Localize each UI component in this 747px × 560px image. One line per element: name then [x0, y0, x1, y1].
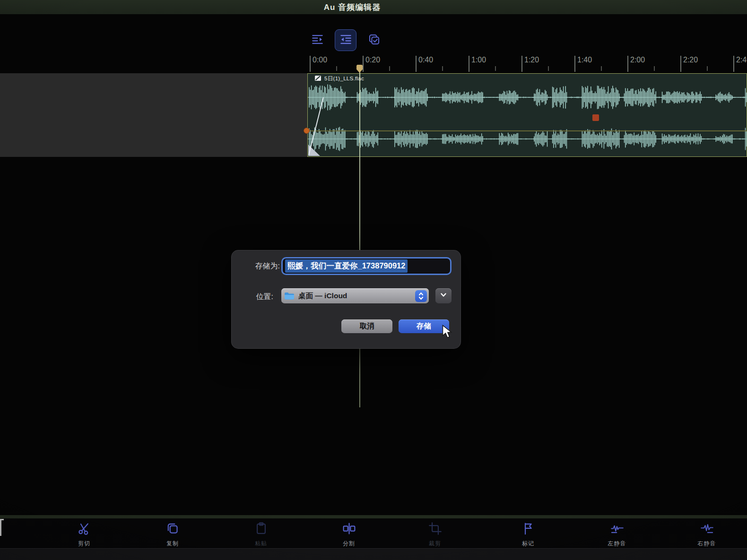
ruler-tick-label: 0:20 — [365, 56, 380, 64]
filename-input[interactable]: 熙媛，我们一直爱你_1738790912 — [281, 257, 452, 275]
ruler-minor-tick — [654, 66, 655, 71]
waveform-channel-left — [309, 85, 747, 111]
save-as-label: 存储为: — [235, 261, 280, 271]
save-dialog: 存储为: 熙媛，我们一直爱你_1738790912 位置: 桌面 — iClou… — [232, 250, 460, 348]
mode-toolbar — [306, 27, 385, 53]
timeline-ruler[interactable]: 0:000:200:401:001:201:402:002:202:40 — [0, 53, 747, 74]
ruler-tick-label: 1:40 — [577, 56, 592, 64]
tool-copy[interactable]: 复制 — [150, 521, 195, 548]
popup-stepper-icon[interactable] — [415, 290, 427, 302]
clip-label: 5日(1)_LLS.flac — [314, 75, 364, 82]
ruler-tick — [310, 56, 311, 72]
ruler-minor-tick — [548, 66, 549, 71]
filename-selected-text: 熙媛，我们一直爱你_1738790912 — [285, 259, 408, 273]
ruler-tick — [574, 56, 575, 72]
ruler-tick-label: 2:20 — [683, 56, 698, 64]
tool-silence-right[interactable]: 右静音 — [684, 521, 730, 548]
mode-button-overwrite[interactable] — [335, 29, 356, 51]
location-value: 桌面 — iCloud — [298, 291, 347, 301]
scissors-icon — [77, 521, 92, 538]
ruler-tick-label: 1:00 — [471, 56, 486, 64]
ruler-tick-label: 0:00 — [313, 56, 327, 64]
ruler-tick — [521, 56, 522, 72]
cancel-button[interactable]: 取消 — [341, 319, 392, 333]
tool-paste[interactable]: 粘贴 — [238, 521, 284, 548]
bottom-edge-strip — [0, 548, 747, 560]
clipped-toolbar-icon — [0, 519, 4, 536]
title-bar: Au 音频编辑器 — [0, 0, 747, 14]
list-indent-right-icon — [311, 33, 324, 48]
ruler-tick — [733, 56, 734, 72]
trim-icon — [428, 521, 443, 538]
multi-select-check-icon — [368, 33, 381, 48]
ruler-tick — [416, 56, 417, 72]
mode-button-multiselect[interactable] — [363, 29, 385, 51]
folder-icon — [284, 292, 295, 300]
chevron-down-icon — [440, 291, 447, 301]
expand-dialog-button[interactable] — [435, 288, 452, 303]
ruler-tick-label: 0:40 — [418, 56, 433, 64]
paste-icon — [254, 521, 269, 538]
silence-right-icon — [700, 521, 714, 538]
ruler-tick-label: 2:40 — [736, 56, 747, 64]
audio-clip[interactable]: 5日(1)_LLS.flac — [307, 73, 747, 157]
playhead-line — [359, 71, 360, 407]
clip-file-icon — [314, 75, 322, 82]
track-lane-empty[interactable] — [0, 73, 308, 157]
tool-cut[interactable]: 剪切 — [61, 521, 107, 548]
ruler-tick-label: 1:20 — [524, 56, 539, 64]
bottom-toolbar-separator — [0, 515, 747, 518]
ruler-tick — [680, 56, 681, 72]
ruler-minor-tick — [601, 66, 602, 71]
ruler-tick — [627, 56, 628, 72]
ruler-minor-tick — [336, 66, 337, 71]
tool-marker[interactable]: 标记 — [505, 521, 551, 548]
mode-button-insert[interactable] — [306, 29, 328, 51]
ruler-minor-tick — [442, 66, 443, 71]
ruler-minor-tick — [495, 66, 496, 71]
waveform-svg — [308, 74, 747, 157]
copy-icon — [165, 521, 180, 538]
clip-name-text: 5日(1)_LLS.flac — [324, 75, 364, 82]
split-icon — [342, 521, 356, 538]
timeline-marker[interactable] — [592, 114, 599, 121]
ruler-tick — [469, 56, 469, 72]
mouse-cursor — [441, 325, 453, 339]
silence-left-icon — [610, 521, 625, 538]
ruler-minor-tick — [389, 66, 390, 71]
ruler-tick-label: 2:00 — [630, 56, 645, 64]
flag-icon — [521, 521, 536, 538]
envelope-point[interactable] — [304, 128, 310, 134]
tool-split[interactable]: 分割 — [326, 521, 372, 548]
app-title: Au 音频编辑器 — [324, 2, 381, 13]
volume-envelope-line[interactable] — [308, 130, 747, 131]
ruler-minor-tick — [707, 66, 708, 71]
location-label: 位置: — [228, 292, 273, 302]
tool-silence-left[interactable]: 左静音 — [594, 521, 640, 548]
fade-in-overlay — [308, 74, 365, 157]
list-indent-left-icon — [339, 33, 352, 48]
location-dropdown[interactable]: 桌面 — iCloud — [281, 288, 429, 303]
tool-trim[interactable]: 裁剪 — [412, 521, 458, 548]
ruler-tick — [363, 56, 364, 72]
